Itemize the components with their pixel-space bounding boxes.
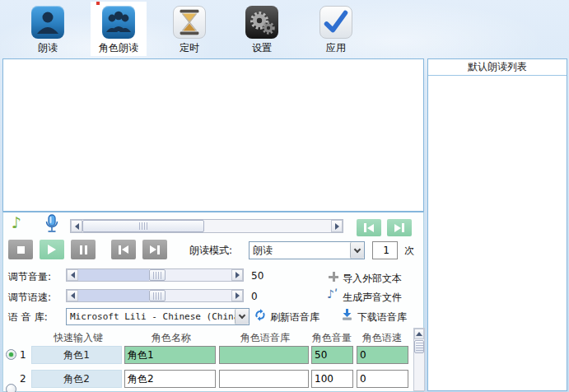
download-voice-library-link[interactable]: 下载语音库	[357, 310, 407, 324]
stop-button[interactable]	[8, 240, 33, 259]
col-header-role-name: 角色名称	[125, 331, 217, 345]
role-2-name-input[interactable]	[124, 370, 216, 388]
reading-mode-value: 朗读	[250, 244, 350, 258]
toolbar-label-role-read: 角色朗读	[91, 41, 147, 55]
speed-label: 调节语速:	[8, 291, 51, 305]
chevron-down-icon[interactable]	[235, 309, 249, 324]
role-1-quick-key-button[interactable]: 角色1	[31, 346, 122, 364]
toolbar-item-read[interactable]: 朗读	[21, 2, 74, 56]
repeat-count-input[interactable]	[372, 241, 398, 259]
checkmark-icon	[319, 6, 352, 39]
refresh-icon[interactable]	[254, 309, 266, 324]
volume-slider-thumb[interactable]	[149, 269, 166, 281]
scroll-left-button[interactable]	[71, 220, 82, 232]
col-header-role-volume: 角色音量	[309, 331, 355, 345]
role-1-speed-input[interactable]	[357, 346, 408, 364]
voice-library-value: Microsoft Lili - Chinese (China)	[67, 311, 235, 322]
sound-file-icon[interactable]: ♪ʹ	[327, 287, 338, 301]
role-table-scrollbar-thumb[interactable]	[414, 340, 424, 353]
toolbar-item-role-read[interactable]: 角色朗读	[91, 2, 147, 56]
role-2-index: 2	[20, 373, 26, 385]
col-header-role-voice: 角色语音库	[220, 331, 310, 345]
toolbar-label-apply: 应用	[310, 41, 362, 55]
role-1-voice-input[interactable]	[219, 346, 309, 364]
skip-forward-button[interactable]	[142, 240, 167, 259]
role-2-radio[interactable]	[6, 384, 16, 392]
repeat-count-suffix: 次	[404, 244, 414, 258]
scroll-up-button[interactable]	[414, 329, 424, 339]
toolbar-label-settings: 设置	[236, 41, 288, 55]
app-window: 朗读 角色朗读 定时	[0, 0, 569, 392]
toolbar-item-apply[interactable]: 应用	[310, 2, 362, 56]
voice-library-label: 语 音 库:	[8, 310, 48, 324]
music-note-icon: ♪	[12, 213, 21, 231]
reader-person-icon	[31, 6, 64, 39]
microphone-icon[interactable]	[44, 214, 59, 237]
scrollbar-track[interactable]	[204, 220, 331, 232]
role-2-quick-key-button[interactable]: 角色2	[31, 370, 122, 388]
chevron-down-icon[interactable]	[350, 242, 364, 259]
playlist-panel: 默认朗读列表	[427, 58, 567, 391]
toolbar-item-settings[interactable]: 设置	[236, 2, 288, 56]
import-text-link[interactable]: 导入外部文本	[343, 272, 402, 286]
role-1-quick-key-label: 角色1	[63, 348, 90, 362]
download-icon[interactable]	[341, 308, 353, 324]
role-people-icon	[102, 6, 135, 39]
generate-sound-file-link[interactable]: 生成声音文件	[343, 291, 402, 305]
playlist-title: 默认朗读列表	[428, 59, 567, 76]
speed-slider-track[interactable]	[166, 290, 231, 301]
volume-increase-button[interactable]	[231, 269, 243, 281]
role-2-voice-input[interactable]	[219, 370, 309, 388]
speed-slider-thumb[interactable]	[149, 290, 166, 301]
volume-slider[interactable]	[66, 268, 244, 282]
scroll-right-button[interactable]	[331, 220, 343, 232]
playlist-list[interactable]	[428, 76, 567, 390]
role-2-speed-input[interactable]	[357, 370, 408, 388]
play-button[interactable]	[40, 240, 64, 259]
scrollbar-thumb[interactable]	[82, 220, 204, 232]
toolbar-item-timer[interactable]: 定时	[163, 2, 216, 56]
speed-slider[interactable]	[66, 289, 244, 302]
hourglass-icon	[173, 6, 206, 39]
reading-mode-label: 朗读模式:	[189, 244, 232, 258]
text-scrollbar[interactable]	[70, 219, 343, 233]
reading-mode-select[interactable]: 朗读	[249, 241, 365, 259]
controls-panel: ♪ 朗读模式: 朗读	[2, 212, 424, 392]
col-header-quick-key: 快速输入键	[32, 331, 124, 345]
toolbar-label-read: 朗读	[21, 41, 74, 55]
role-table-scrollbar[interactable]	[413, 328, 425, 391]
gears-icon	[245, 6, 278, 39]
selected-marker	[96, 2, 100, 5]
volume-slider-track[interactable]	[166, 269, 231, 281]
role-2-quick-key-label: 角色2	[63, 372, 90, 386]
role-1-radio[interactable]	[6, 349, 16, 360]
role-1-volume-input[interactable]	[311, 346, 353, 364]
role-1-name-input[interactable]	[124, 346, 216, 364]
volume-label: 调节音量:	[8, 270, 51, 284]
pause-button[interactable]	[71, 240, 96, 259]
next-item-button[interactable]	[387, 219, 412, 236]
role-1-index: 1	[20, 349, 26, 361]
prev-item-button[interactable]	[357, 219, 381, 236]
refresh-voice-library-link[interactable]: 刷新语音库	[270, 310, 319, 324]
toolbar-label-timer: 定时	[163, 41, 216, 55]
voice-library-select[interactable]: Microsoft Lili - Chinese (China)	[66, 308, 250, 325]
skip-back-button[interactable]	[111, 240, 136, 259]
speed-decrease-button[interactable]	[67, 290, 78, 301]
col-header-role-speed: 角色语速	[355, 331, 409, 345]
volume-slider-fill[interactable]	[78, 269, 149, 281]
speed-increase-button[interactable]	[231, 290, 243, 301]
text-editor[interactable]	[2, 58, 424, 212]
volume-value: 50	[251, 270, 264, 282]
speed-slider-fill[interactable]	[78, 290, 149, 301]
volume-decrease-button[interactable]	[67, 269, 78, 281]
speed-value: 0	[251, 291, 258, 302]
role-2-volume-input[interactable]	[311, 370, 353, 388]
